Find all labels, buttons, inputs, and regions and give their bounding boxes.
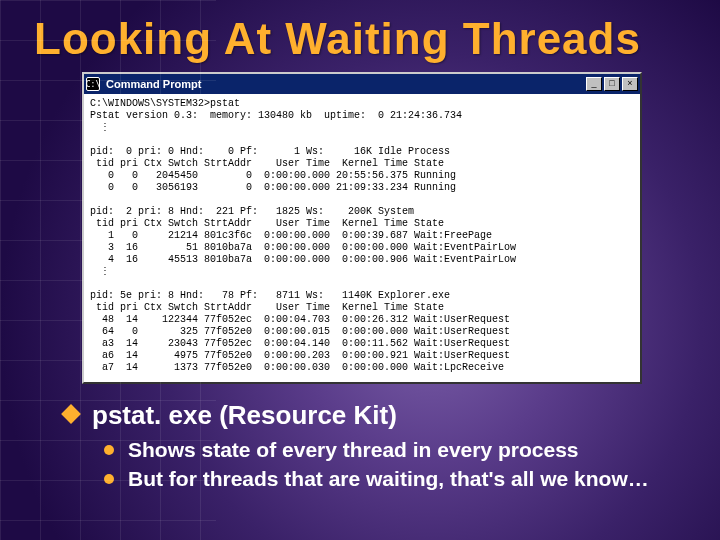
command-prompt-window: C:\ Command Prompt _ □ × C:\WINDOWS\SYST… (82, 72, 642, 384)
window-title: Command Prompt (104, 78, 582, 90)
bullet-level2: Shows state of every thread in every pro… (104, 437, 686, 462)
maximize-button[interactable]: □ (604, 77, 620, 91)
diamond-bullet-icon (61, 404, 81, 424)
console-output: C:\WINDOWS\SYSTEM32>pstat Pstat version … (84, 94, 640, 382)
ellipsis-icon: ⋮ (90, 122, 634, 134)
bullet-level2: But for threads that are waiting, that's… (104, 466, 686, 491)
window-buttons: _ □ × (586, 77, 638, 91)
titlebar: C:\ Command Prompt _ □ × (84, 74, 640, 94)
bullet-text: But for threads that are waiting, that's… (128, 466, 649, 491)
disc-bullet-icon (104, 445, 114, 455)
bullet-text: Shows state of every thread in every pro… (128, 437, 579, 462)
system-menu-icon[interactable]: C:\ (86, 77, 100, 91)
bullet-level1: pstat. exe (Resource Kit) (64, 400, 686, 431)
bullet-text: pstat. exe (Resource Kit) (92, 400, 397, 431)
slide-title: Looking At Waiting Threads (0, 0, 720, 72)
ellipsis-icon: ⋮ (90, 266, 634, 278)
bullet-list: pstat. exe (Resource Kit) Shows state of… (0, 384, 720, 491)
close-button[interactable]: × (622, 77, 638, 91)
disc-bullet-icon (104, 474, 114, 484)
minimize-button[interactable]: _ (586, 77, 602, 91)
